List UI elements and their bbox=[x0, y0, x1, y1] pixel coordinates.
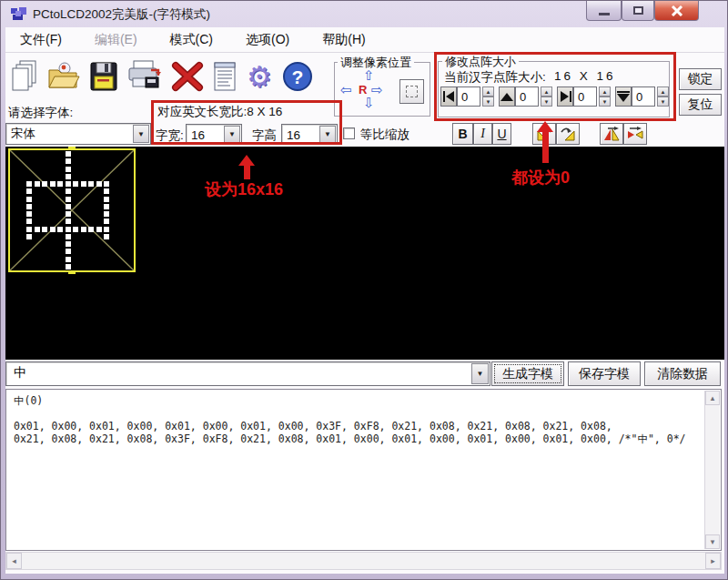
pixel-on[interactable] bbox=[104, 188, 109, 194]
pixel-on[interactable] bbox=[26, 211, 32, 217]
spin-up-icon[interactable]: ▲ bbox=[657, 86, 669, 97]
spin-down-icon[interactable]: ▼ bbox=[599, 97, 611, 107]
pixel-on[interactable] bbox=[81, 181, 86, 187]
pixel-on[interactable] bbox=[66, 219, 71, 224]
pixel-on[interactable] bbox=[96, 227, 102, 232]
char-width-select[interactable]: 16 ▼ bbox=[186, 124, 242, 145]
scale-checkbox[interactable] bbox=[343, 127, 355, 139]
move-down-icon[interactable]: ⇩ bbox=[363, 96, 375, 109]
pixel-on[interactable] bbox=[88, 227, 94, 232]
print-button[interactable] bbox=[125, 56, 163, 97]
char-input[interactable] bbox=[12, 364, 467, 382]
reset-button[interactable]: 复位 bbox=[679, 94, 722, 116]
delete-button[interactable] bbox=[168, 56, 207, 97]
pixel-on[interactable] bbox=[73, 227, 78, 232]
save-matrix-button[interactable]: 保存字模 bbox=[568, 361, 641, 386]
menu-options[interactable]: 选项(O) bbox=[235, 28, 300, 52]
font-select[interactable]: 宋体 ▼ bbox=[5, 123, 151, 145]
flip-vertical-button[interactable] bbox=[600, 123, 623, 145]
generate-button[interactable]: 生成字模 bbox=[491, 361, 564, 386]
pixel-on[interactable] bbox=[104, 211, 109, 217]
chevron-down-icon[interactable]: ▼ bbox=[471, 363, 489, 384]
clear-data-button[interactable]: 清除数据 bbox=[644, 361, 721, 386]
pixel-on[interactable] bbox=[66, 174, 71, 179]
trim-left-value[interactable]: 0 bbox=[457, 86, 480, 107]
pixel-on[interactable] bbox=[50, 227, 56, 232]
spin-up-icon[interactable]: ▲ bbox=[482, 86, 494, 97]
pixel-on[interactable] bbox=[66, 158, 71, 164]
pixel-on[interactable] bbox=[26, 197, 32, 202]
output-area[interactable]: 中(0) 0x01, 0x00, 0x01, 0x00, 0x01, 0x00,… bbox=[5, 389, 722, 551]
rotate-right-button[interactable] bbox=[556, 123, 580, 145]
spin-down-icon[interactable]: ▼ bbox=[541, 97, 552, 107]
pixel-grid[interactable] bbox=[8, 148, 136, 272]
pixel-on[interactable] bbox=[81, 227, 86, 232]
pixel-on[interactable] bbox=[66, 257, 71, 262]
help-button[interactable]: ? bbox=[279, 56, 316, 97]
flip-horizontal-button[interactable] bbox=[623, 123, 647, 145]
trim-left-button[interactable] bbox=[440, 86, 457, 107]
pixel-on[interactable] bbox=[26, 204, 32, 209]
scroll-left-icon[interactable]: ◂ bbox=[6, 553, 22, 569]
lock-button[interactable]: 锁定 bbox=[679, 68, 722, 90]
pixel-on[interactable] bbox=[66, 249, 71, 254]
chevron-down-icon[interactable]: ▼ bbox=[224, 126, 240, 143]
pixel-on[interactable] bbox=[104, 181, 109, 187]
chevron-down-icon[interactable]: ▼ bbox=[133, 125, 149, 143]
pixel-on[interactable] bbox=[104, 204, 109, 209]
italic-button[interactable]: I bbox=[473, 123, 492, 145]
char-height-select[interactable]: 16 ▼ bbox=[281, 124, 338, 145]
scroll-up-icon[interactable]: ▴ bbox=[705, 391, 720, 405]
pixel-on[interactable] bbox=[50, 181, 56, 187]
pixel-on[interactable] bbox=[104, 234, 109, 239]
open-file-button[interactable] bbox=[45, 56, 83, 97]
settings-button[interactable]: ⚙ bbox=[241, 56, 278, 97]
pixel-on[interactable] bbox=[35, 181, 40, 187]
menu-mode[interactable]: 模式(C) bbox=[159, 28, 224, 52]
notes-button[interactable] bbox=[208, 56, 241, 97]
trim-right-button[interactable] bbox=[557, 86, 573, 107]
pixel-on[interactable] bbox=[66, 204, 71, 209]
spin-up-icon[interactable]: ▲ bbox=[599, 86, 611, 97]
pixel-on[interactable] bbox=[66, 211, 71, 217]
menu-help[interactable]: 帮助(H) bbox=[311, 28, 376, 52]
bold-button[interactable]: B bbox=[452, 123, 473, 145]
pixel-on[interactable] bbox=[42, 181, 47, 187]
trim-right-value[interactable]: 0 bbox=[573, 86, 597, 107]
trim-left-spinner[interactable]: ▲▼ bbox=[482, 86, 494, 107]
trim-bottom-button[interactable] bbox=[615, 86, 632, 107]
pixel-on[interactable] bbox=[88, 181, 94, 187]
pixel-on[interactable] bbox=[66, 264, 71, 270]
spin-up-icon[interactable]: ▲ bbox=[541, 86, 552, 97]
trim-top-button[interactable] bbox=[499, 86, 515, 107]
pixel-on[interactable] bbox=[66, 241, 71, 247]
save-button[interactable] bbox=[85, 56, 123, 97]
pixel-on[interactable] bbox=[26, 181, 32, 187]
pixel-on[interactable] bbox=[35, 227, 40, 232]
pixel-on[interactable] bbox=[26, 219, 32, 224]
pixel-on[interactable] bbox=[66, 234, 71, 239]
pixel-on[interactable] bbox=[57, 227, 63, 232]
pixel-on[interactable] bbox=[66, 188, 71, 194]
pixel-on[interactable] bbox=[66, 167, 71, 172]
pixel-on[interactable] bbox=[26, 188, 32, 194]
trim-bottom-value[interactable]: 0 bbox=[632, 86, 655, 107]
pixel-on[interactable] bbox=[104, 219, 109, 224]
new-file-button[interactable] bbox=[6, 56, 45, 97]
maximize-button[interactable] bbox=[622, 1, 654, 21]
spin-down-icon[interactable]: ▼ bbox=[482, 97, 494, 107]
trim-right-spinner[interactable]: ▲▼ bbox=[599, 86, 611, 107]
close-button[interactable] bbox=[654, 1, 699, 21]
trim-top-value[interactable]: 0 bbox=[515, 86, 539, 107]
pixel-on[interactable] bbox=[42, 227, 47, 232]
scroll-down-icon[interactable]: ▾ bbox=[705, 534, 720, 549]
edit-canvas[interactable] bbox=[5, 147, 724, 360]
chevron-down-icon[interactable]: ▼ bbox=[319, 126, 336, 143]
pixel-on[interactable] bbox=[66, 227, 71, 232]
pixel-on[interactable] bbox=[26, 227, 32, 232]
pixel-on[interactable] bbox=[104, 197, 109, 202]
pixel-on[interactable] bbox=[96, 181, 102, 187]
center-glyph-button[interactable] bbox=[399, 79, 424, 104]
pixel-on[interactable] bbox=[66, 181, 71, 187]
menu-edit[interactable]: 编辑(E) bbox=[84, 28, 148, 52]
